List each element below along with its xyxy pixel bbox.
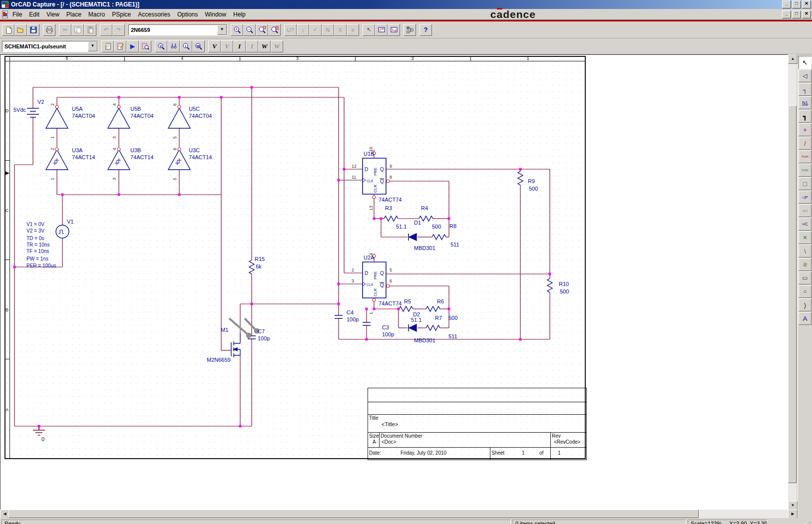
schematic-label[interactable]: 74ACT14 xyxy=(130,154,153,160)
schematic-label[interactable]: 100p xyxy=(258,335,270,341)
current-marker-button[interactable]: I xyxy=(180,40,192,52)
schematic-label[interactable]: R8 xyxy=(449,223,456,229)
component-shape[interactable] xyxy=(426,325,440,330)
edit-simulation-profile-button[interactable] xyxy=(114,40,126,52)
place-off-page-connector-tool[interactable]: «C xyxy=(799,218,812,231)
schematic-label[interactable]: 500 xyxy=(448,315,457,321)
schematic-label[interactable]: 6 xyxy=(172,103,177,106)
component-shape[interactable] xyxy=(245,318,256,330)
menu-item-file[interactable]: File xyxy=(9,10,25,19)
schematic-label[interactable]: 1 xyxy=(50,178,55,180)
component-shape[interactable] xyxy=(27,108,39,117)
enable-bias-voltage-button[interactable]: V xyxy=(208,40,221,52)
component-shape[interactable] xyxy=(419,216,433,221)
place-pin-tool[interactable]: ⌀H xyxy=(799,204,812,217)
place-wire-tool[interactable]: ┐ xyxy=(799,83,812,96)
schematic-label[interactable]: 6k xyxy=(256,263,262,269)
component-shape[interactable] xyxy=(229,318,248,334)
component-shape[interactable] xyxy=(46,108,68,128)
place-bus-tool[interactable]: ┓ xyxy=(799,110,812,123)
schematic-label[interactable]: CLK xyxy=(367,283,374,286)
schematic-label[interactable]: PER = 100us xyxy=(26,263,56,268)
schematic-label[interactable]: 3 xyxy=(112,136,117,139)
menu-item-macro[interactable]: Macro xyxy=(85,10,108,19)
run-pspice-button[interactable]: ▶ xyxy=(126,40,139,52)
schematic-label[interactable]: 6 xyxy=(172,148,177,150)
schematic-label[interactable]: TR = 10ns xyxy=(26,242,49,248)
place-polyline-tool[interactable]: ≷ xyxy=(799,258,812,271)
schematic-canvas[interactable]: 54321DCBA 5VdcV2U5A74ACT04U5B74ACT04U5C7… xyxy=(0,54,789,511)
place-ellipse-tool[interactable]: ○ xyxy=(799,285,812,298)
scroll-up-button[interactable]: ▲ xyxy=(788,54,798,64)
enable-bias-current-button[interactable]: I xyxy=(233,40,246,52)
titleblock-title-value[interactable]: <Title> xyxy=(382,421,398,427)
schematic-label[interactable]: Q xyxy=(380,179,384,184)
component-shape[interactable] xyxy=(547,278,552,292)
zoom-out-button[interactable] xyxy=(243,24,256,36)
component-shape[interactable] xyxy=(399,306,413,311)
component-shape[interactable] xyxy=(175,158,181,165)
menu-item-window[interactable]: Window xyxy=(201,10,230,19)
schematic-label[interactable]: C3 xyxy=(382,324,389,330)
schematic-label[interactable]: R15 xyxy=(255,256,265,262)
place-power-tool[interactable]: PWR xyxy=(799,150,812,163)
mdi-restore-button[interactable]: □ xyxy=(792,10,801,18)
menu-item-view[interactable]: View xyxy=(43,10,63,19)
schematic-label[interactable]: U5A xyxy=(72,106,83,112)
schematic-label[interactable]: 51.1 xyxy=(411,317,421,323)
menu-item-accessories[interactable]: Accessories xyxy=(134,10,174,19)
place-part-tool[interactable]: ◁ xyxy=(799,69,812,82)
enable-bias-power-button[interactable]: W xyxy=(258,40,271,52)
component-shape[interactable] xyxy=(58,230,64,234)
component-shape[interactable] xyxy=(384,216,398,221)
schematic-label[interactable]: 6 xyxy=(390,278,392,283)
schematic-label[interactable]: 3 xyxy=(112,178,117,180)
schematic-label[interactable]: TF = 10ns xyxy=(26,249,49,254)
place-hierarchical-block-tool[interactable]: □ xyxy=(799,177,812,190)
mdi-close-button[interactable]: ✕ xyxy=(802,10,811,18)
schematic-label[interactable]: 1 xyxy=(50,136,55,139)
print-button[interactable] xyxy=(43,24,55,36)
schematic-label[interactable]: 51.1 xyxy=(396,224,406,230)
schematic-label[interactable]: 5 xyxy=(172,178,177,180)
place-junction-tool[interactable]: + xyxy=(799,123,812,136)
schematic-label[interactable]: 3 xyxy=(352,278,354,283)
place-rectangle-tool[interactable]: ▭ xyxy=(799,271,812,284)
schematic-label[interactable]: 74ACT14 xyxy=(72,154,95,160)
schematic-label[interactable]: 10 xyxy=(369,147,374,152)
scroll-right-button[interactable]: ▶ xyxy=(788,510,798,518)
schematic-label[interactable]: D xyxy=(365,167,368,172)
schematic-label[interactable]: R7 xyxy=(435,315,442,321)
zoom-all-button[interactable] xyxy=(268,24,281,36)
voltage-differential-marker-button[interactable] xyxy=(167,40,180,52)
titleblock-doc-value[interactable]: <Doc> xyxy=(382,439,396,445)
component-shape[interactable] xyxy=(53,158,59,165)
title-bar[interactable]: OrCAD Capture - [/ - (SCHEMATIC1 : PAGE1… xyxy=(0,0,812,9)
part-search-combo-dropdown-arrow[interactable]: ▼ xyxy=(217,25,227,35)
schematic-label[interactable]: 5 xyxy=(390,267,392,272)
component-shape[interactable] xyxy=(426,306,440,311)
close-button[interactable]: ✕ xyxy=(802,0,811,8)
schematic-label[interactable]: 74ACT74 xyxy=(379,300,402,306)
schematic-label[interactable]: PRE xyxy=(373,168,378,176)
schematic-label[interactable]: MBD301 xyxy=(414,337,435,343)
menu-item-options[interactable]: Options xyxy=(174,10,201,19)
schematic-label[interactable]: U3B xyxy=(130,147,141,153)
component-shape[interactable] xyxy=(335,315,343,318)
minimize-button[interactable]: _ xyxy=(782,0,791,8)
schematic-label[interactable]: 1 xyxy=(369,312,374,314)
menu-item-pspice[interactable]: PSpice xyxy=(108,10,134,19)
place-line-tool[interactable]: \ xyxy=(799,245,812,258)
schematic-label[interactable]: U5B xyxy=(130,106,141,112)
vertical-scrollbar[interactable]: ▲ ▼ xyxy=(788,54,797,510)
place-ground-tool[interactable]: GND xyxy=(799,164,812,177)
vertical-scroll-thumb[interactable] xyxy=(788,105,797,483)
schematic-label[interactable]: 74ACT04 xyxy=(72,113,95,119)
component-shape[interactable] xyxy=(363,322,371,325)
schematic-label[interactable]: M1 xyxy=(221,327,228,333)
place-text-tool[interactable]: A xyxy=(799,312,812,325)
schematic-label[interactable]: U3C xyxy=(189,147,200,153)
schematic-label[interactable]: 74ACT14 xyxy=(189,154,212,160)
schematic-label[interactable]: C7 xyxy=(258,328,265,334)
schematic-label[interactable]: R6 xyxy=(437,298,444,304)
